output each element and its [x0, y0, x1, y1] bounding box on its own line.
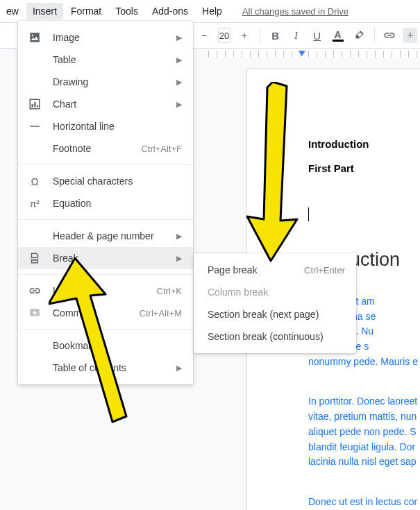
- menu-item-label: Comment: [53, 307, 140, 318]
- menu-insert[interactable]: Insert: [26, 3, 63, 19]
- heading-introduction: Introduction: [308, 138, 420, 150]
- text-cursor: [308, 207, 309, 221]
- page-break-icon: [28, 251, 42, 265]
- font-size-increase-button[interactable]: +: [235, 26, 254, 44]
- submenu-arrow-icon: ▶: [176, 232, 182, 241]
- svg-point-2: [32, 35, 33, 36]
- save-status[interactable]: All changes saved in Drive: [242, 6, 348, 17]
- menu-shortcut: Ctrl+Enter: [304, 265, 345, 275]
- plus-icon: +: [403, 28, 417, 43]
- font-size-input[interactable]: 20: [218, 28, 230, 43]
- menu-item-comment[interactable]: Comment Ctrl+Alt+M: [18, 302, 193, 324]
- insert-dropdown: Image ▶ Table ▶ Drawing ▶ Chart ▶ Horizo…: [18, 21, 193, 384]
- submenu-item-section-break-continuous[interactable]: Section break (continuous): [194, 325, 356, 348]
- menu-item-label: Column break: [208, 287, 345, 298]
- svg-rect-5: [34, 102, 35, 108]
- body-paragraph: In porttitor. Donec laoreet vitae, preti…: [308, 394, 420, 469]
- svg-rect-0: [30, 33, 40, 42]
- submenu-item-section-break-next-page[interactable]: Section break (next page): [194, 303, 356, 325]
- menu-tools[interactable]: Tools: [109, 3, 144, 19]
- highlight-button[interactable]: [349, 26, 369, 44]
- italic-button[interactable]: I: [287, 26, 306, 44]
- menu-item-label: Table of contents: [53, 362, 176, 373]
- submenu-arrow-icon: ▶: [176, 364, 182, 373]
- svg-rect-6: [37, 105, 38, 108]
- insert-link-button[interactable]: [380, 26, 399, 44]
- menu-separator: [18, 164, 193, 165]
- menu-item-header-page-number[interactable]: Header & page number ▶: [18, 225, 193, 247]
- link-icon: [28, 284, 42, 298]
- menu-item-label: Table: [53, 54, 176, 65]
- menu-item-label: Page break: [208, 264, 304, 275]
- text-color-button[interactable]: A: [328, 26, 348, 44]
- image-icon: [28, 31, 42, 44]
- omega-icon: Ω: [28, 174, 42, 188]
- menu-shortcut: Ctrl+Alt+F: [141, 144, 182, 154]
- pi-icon: π²: [28, 196, 42, 210]
- submenu-arrow-icon: ▶: [176, 33, 182, 42]
- menu-item-footnote[interactable]: Footnote Ctrl+Alt+F: [18, 137, 193, 160]
- comment-icon: [28, 306, 42, 320]
- menu-item-label: Header & page number: [53, 230, 176, 241]
- submenu-arrow-icon: ▶: [176, 254, 182, 263]
- menu-help[interactable]: Help: [196, 3, 228, 19]
- heading-first-part: First Part: [308, 162, 420, 174]
- menu-item-label: Bookmark: [53, 340, 182, 351]
- menu-item-label: Chart: [53, 99, 176, 110]
- text-color-bar: [333, 40, 344, 42]
- menu-shortcut: Ctrl+K: [157, 286, 182, 296]
- menu-separator: [18, 274, 193, 275]
- menu-item-label: Horizontal line: [53, 121, 182, 132]
- menu-item-horizontal-line[interactable]: Horizontal line: [18, 115, 193, 137]
- menu-item-equation[interactable]: π² Equation: [18, 192, 193, 214]
- submenu-item-column-break: Column break: [194, 281, 356, 303]
- svg-rect-4: [32, 104, 33, 108]
- indent-marker[interactable]: [299, 51, 305, 56]
- menu-item-table-of-contents[interactable]: Table of contents ▶: [18, 357, 193, 379]
- menu-separator: [18, 219, 193, 220]
- menu-item-label: Equation: [53, 198, 182, 209]
- menu-item-label: Special characters: [53, 176, 182, 187]
- link-icon: [383, 29, 396, 42]
- menu-item-label: Image: [53, 32, 176, 43]
- text-color-glyph: A: [335, 30, 342, 40]
- menu-item-chart[interactable]: Chart ▶: [18, 93, 193, 115]
- document-title-fragment: uction: [350, 249, 420, 271]
- highlighter-icon: [353, 29, 365, 42]
- menu-shortcut: Ctrl+Alt+M: [140, 308, 182, 318]
- chart-icon: [28, 97, 42, 111]
- menu-item-special-characters[interactable]: Ω Special characters: [18, 170, 193, 192]
- menu-separator: [18, 329, 193, 330]
- menu-item-bookmark[interactable]: Bookmark: [18, 334, 193, 357]
- menu-item-table[interactable]: Table ▶: [18, 49, 193, 71]
- menu-item-label: Footnote: [53, 143, 141, 154]
- menu-addons[interactable]: Add-ons: [146, 3, 194, 19]
- break-submenu: Page break Ctrl+Enter Column break Secti…: [194, 253, 356, 353]
- menubar: ew Insert Format Tools Add-ons Help All …: [0, 0, 420, 22]
- bold-button[interactable]: B: [266, 26, 285, 44]
- add-comment-button[interactable]: +: [401, 26, 420, 44]
- submenu-arrow-icon: ▶: [176, 100, 182, 109]
- menu-item-label: Break: [53, 253, 176, 264]
- submenu-item-page-break[interactable]: Page break Ctrl+Enter: [194, 259, 356, 281]
- submenu-arrow-icon: ▶: [176, 78, 182, 87]
- menu-item-label: Drawing: [53, 76, 176, 87]
- underline-button[interactable]: U: [308, 26, 327, 44]
- menu-item-link[interactable]: Link Ctrl+K: [18, 280, 193, 302]
- menu-item-label: Link: [53, 285, 157, 296]
- menu-item-label: Section break (next page): [208, 309, 345, 320]
- menu-item-label: Section break (continuous): [208, 331, 345, 342]
- menu-item-break[interactable]: Break ▶: [18, 247, 193, 269]
- body-paragraph: Donec ut est in lectus cor non porta tri…: [308, 495, 420, 510]
- font-size-decrease-button[interactable]: −: [194, 26, 214, 44]
- horizontal-line-icon: [28, 119, 42, 133]
- menu-view[interactable]: ew: [0, 3, 25, 19]
- menu-format[interactable]: Format: [65, 3, 108, 19]
- menu-item-drawing[interactable]: Drawing ▶: [18, 71, 193, 93]
- submenu-arrow-icon: ▶: [176, 56, 182, 65]
- menu-item-image[interactable]: Image ▶: [18, 26, 193, 49]
